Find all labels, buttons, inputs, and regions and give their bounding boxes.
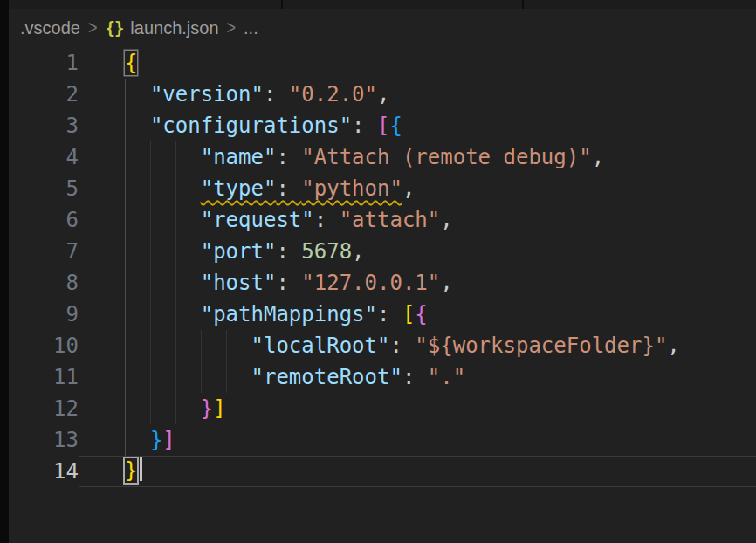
- token-str: "127.0.0.1": [301, 271, 440, 295]
- line-content[interactable]: {: [79, 47, 756, 79]
- code-line-5: 5 "type": "python",: [9, 173, 756, 204]
- window-left-edge: [0, 0, 9, 543]
- line-number[interactable]: 11: [9, 361, 79, 393]
- token-key: "request": [201, 208, 314, 232]
- line-number[interactable]: 13: [9, 424, 79, 456]
- token-str: "attach": [340, 208, 441, 232]
- breadcrumb-folder[interactable]: .vscode: [20, 18, 80, 38]
- line-content[interactable]: "remoteRoot": ".": [79, 361, 756, 393]
- token-key: "pathMappings": [201, 302, 377, 326]
- code-line-2: 2 "version": "0.2.0",: [9, 79, 756, 110]
- code-text: "request": "attach",: [125, 208, 453, 232]
- token-key: "port": [201, 239, 277, 264]
- line-number[interactable]: 1: [9, 47, 79, 79]
- token-pun: ,: [592, 145, 604, 169]
- code-line-6: 6 "request": "attach",: [9, 204, 756, 236]
- code-text: "port": 5678,: [125, 239, 365, 264]
- token-key: "name": [201, 145, 277, 169]
- code-area: 1{2 "version": "0.2.0",3 "configurations…: [9, 47, 756, 487]
- chevron-right-icon: >: [88, 17, 98, 39]
- line-content[interactable]: "name": "Attach (remote debug)",: [79, 141, 756, 173]
- line-number[interactable]: 5: [9, 173, 79, 204]
- token-str: ".": [428, 365, 465, 389]
- tab-bar-sliver: [9, 0, 756, 9]
- token-b3: {: [389, 113, 402, 138]
- line-content[interactable]: }: [79, 456, 756, 487]
- token-str: "Attach (remote debug)": [301, 145, 591, 169]
- token-pun: ,: [377, 82, 389, 107]
- line-number[interactable]: 7: [9, 236, 79, 267]
- code-text: "type": "python",: [125, 176, 415, 201]
- code-text: "localRoot": "${workspaceFolder}",: [125, 333, 680, 358]
- line-content[interactable]: "host": "127.0.0.1",: [79, 267, 756, 299]
- code-line-10: 10 "localRoot": "${workspaceFolder}",: [9, 330, 756, 361]
- tab-divider: [281, 0, 283, 9]
- code-line-9: 9 "pathMappings": [{: [9, 299, 756, 330]
- token-pun: :: [377, 302, 402, 326]
- token-pun: :: [276, 145, 301, 169]
- bracket-match-box: }: [125, 458, 137, 483]
- token-b2: {: [415, 302, 427, 326]
- vscode-window: { "breadcrumb": { "folder": ".vscode", "…: [0, 0, 756, 543]
- line-content[interactable]: "configurations": [{: [79, 110, 756, 141]
- line-content[interactable]: "port": 5678,: [79, 236, 756, 267]
- token-pun: ,: [352, 239, 364, 264]
- breadcrumb-symbol-ellipsis[interactable]: ...: [244, 18, 258, 38]
- line-content[interactable]: "request": "attach",: [79, 204, 756, 236]
- token-b2: }: [201, 396, 213, 421]
- token-pun: :: [389, 333, 415, 358]
- token-b2: ]: [162, 428, 175, 452]
- token-pun: :: [276, 271, 301, 295]
- token-key: "remoteRoot": [251, 365, 402, 389]
- code-text: "pathMappings": [{: [125, 302, 428, 326]
- breadcrumb: .vscode > {} launch.json > ...: [9, 9, 756, 47]
- token-pun: ,: [440, 208, 452, 232]
- token-pun: ,: [667, 333, 679, 358]
- line-number[interactable]: 14: [9, 456, 79, 487]
- code-text: {: [125, 51, 137, 75]
- bracket-match-box: {: [125, 51, 137, 75]
- code-text: "name": "Attach (remote debug)",: [125, 145, 604, 169]
- editor-pane: .vscode > {} launch.json > ... 1{2 "vers…: [9, 9, 756, 543]
- token-pun: ,: [402, 176, 415, 201]
- code-line-4: 4 "name": "Attach (remote debug)",: [9, 141, 756, 173]
- token-b3: }: [150, 428, 162, 452]
- token-pun: :: [264, 82, 289, 107]
- line-number[interactable]: 4: [9, 141, 79, 173]
- line-content[interactable]: "pathMappings": [{: [79, 299, 756, 330]
- token-key: "localRoot": [251, 333, 390, 358]
- code-line-7: 7 "port": 5678,: [9, 236, 756, 267]
- line-number[interactable]: 12: [9, 393, 79, 424]
- line-content[interactable]: "version": "0.2.0",: [79, 79, 756, 110]
- tab-divider: [522, 0, 524, 9]
- token-pun: :: [276, 176, 301, 201]
- code-text: "configurations": [{: [125, 113, 402, 138]
- line-content[interactable]: }]: [79, 393, 756, 424]
- token-str: "${workspaceFolder}": [415, 333, 667, 358]
- line-number[interactable]: 2: [9, 79, 79, 110]
- line-content[interactable]: "type": "python",: [79, 173, 756, 204]
- line-number[interactable]: 10: [9, 330, 79, 361]
- token-str: "0.2.0": [289, 82, 377, 107]
- token-pun: :: [314, 208, 340, 232]
- line-number[interactable]: 6: [9, 204, 79, 236]
- line-number[interactable]: 3: [9, 110, 79, 141]
- token-pun: :: [402, 365, 428, 389]
- line-number[interactable]: 9: [9, 299, 79, 330]
- token-key: "configurations": [150, 113, 352, 138]
- code-text: "remoteRoot": ".": [125, 365, 465, 389]
- line-content[interactable]: }]: [79, 424, 756, 456]
- breadcrumb-file[interactable]: launch.json: [130, 18, 218, 38]
- code-line-11: 11 "remoteRoot": ".": [9, 361, 756, 393]
- warning-squiggle: "type": "python": [201, 176, 402, 201]
- code-line-12: 12 }]: [9, 393, 756, 424]
- line-content[interactable]: "localRoot": "${workspaceFolder}",: [79, 330, 756, 361]
- token-key: "host": [201, 271, 277, 295]
- token-key: "version": [150, 82, 264, 107]
- token-pun: :: [276, 239, 301, 264]
- code-line-14: 14}: [9, 456, 756, 487]
- code-text: }]: [125, 396, 226, 421]
- token-pun: :: [352, 113, 377, 138]
- line-number[interactable]: 8: [9, 267, 79, 299]
- token-b1: ]: [213, 396, 225, 421]
